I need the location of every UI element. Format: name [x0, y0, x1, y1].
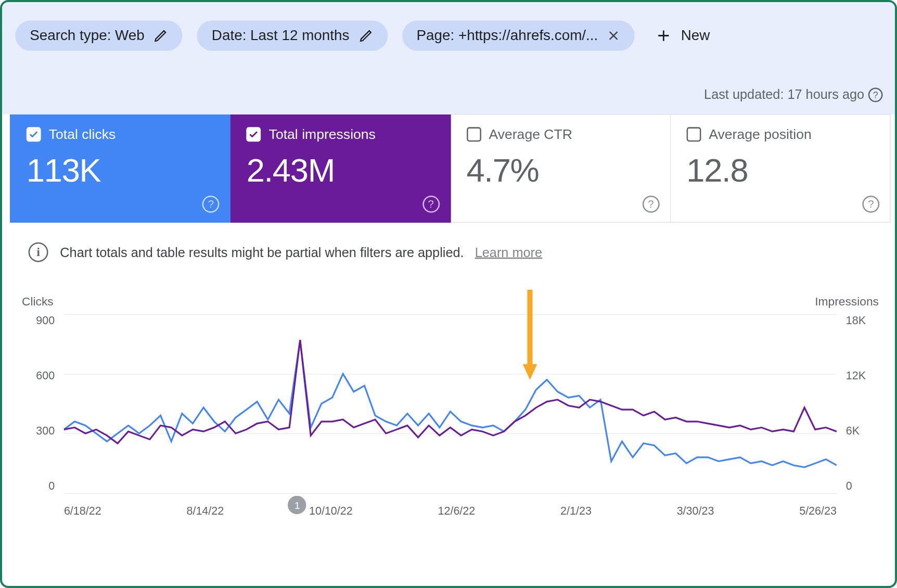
filters-bar: Search type: Web Date: Last 12 months Pa…	[2, 2, 897, 114]
chart-lines	[64, 314, 837, 493]
y-axis-right-label: Impressions	[815, 295, 879, 309]
last-updated-text: Last updated: 17 hours ago	[704, 87, 864, 102]
help-icon[interactable]: ?	[868, 87, 883, 102]
y-tick: 900	[18, 314, 55, 327]
metric-value: 113K	[27, 151, 214, 189]
help-icon[interactable]: ?	[862, 196, 879, 213]
metric-total-impressions[interactable]: Total impressions 2.43M ?	[230, 114, 451, 223]
partial-results-notice: i Chart totals and table results might b…	[2, 223, 897, 269]
x-tick: 5/26/23	[799, 505, 837, 518]
checkbox-checked-icon[interactable]	[247, 127, 261, 142]
y-tick: 18K	[846, 314, 883, 327]
y-tick: 12K	[846, 369, 883, 382]
metric-average-position[interactable]: Average position 12.8 ?	[671, 114, 891, 223]
last-updated: Last updated: 17 hours ago ?	[704, 87, 882, 102]
info-icon: i	[29, 242, 48, 262]
page-filter[interactable]: Page: +https://ahrefs.com/...	[402, 20, 635, 50]
help-icon[interactable]: ?	[422, 196, 440, 213]
metric-label: Total clicks	[49, 126, 116, 142]
chart-plot[interactable]: 1	[64, 314, 837, 493]
page-label: Page: +https://ahrefs.com/...	[416, 27, 598, 44]
metric-label: Average CTR	[489, 126, 572, 142]
metric-label: Total impressions	[269, 126, 376, 142]
y-tick: 300	[18, 425, 55, 438]
y-tick: 600	[18, 369, 55, 382]
search-type-label: Search type: Web	[30, 27, 145, 44]
x-tick: 12/6/22	[438, 505, 476, 518]
pencil-icon	[154, 29, 169, 43]
new-filter-button[interactable]: New	[649, 22, 716, 49]
date-filter[interactable]: Date: Last 12 months	[197, 20, 388, 50]
metric-value: 4.7%	[466, 151, 654, 189]
y-tick: 0	[846, 480, 883, 493]
metric-label: Average position	[709, 126, 811, 142]
help-icon[interactable]: ?	[202, 196, 220, 213]
checkbox-unchecked-icon[interactable]	[686, 127, 701, 142]
y-axis-left-label: Clicks	[22, 295, 54, 309]
y-axis-right: 18K 12K 6K 0	[846, 314, 883, 518]
arrow-down-icon	[520, 286, 540, 388]
x-tick: 6/18/22	[64, 505, 101, 518]
close-icon[interactable]	[607, 29, 620, 42]
new-label: New	[681, 27, 710, 44]
metric-value: 2.43M	[247, 151, 434, 189]
x-tick: 3/30/23	[677, 505, 714, 518]
y-tick: 0	[18, 480, 55, 493]
checkbox-unchecked-icon[interactable]	[466, 127, 481, 142]
metric-value: 12.8	[686, 151, 874, 189]
date-label: Date: Last 12 months	[212, 27, 350, 44]
metrics-row: Total clicks 113K ? Total impressions 2.…	[10, 114, 891, 223]
x-tick: 8/14/22	[186, 505, 224, 518]
notice-text: Chart totals and table results might be …	[60, 245, 464, 259]
x-tick: 10/10/22	[309, 505, 353, 518]
metric-average-ctr[interactable]: Average CTR 4.7% ?	[451, 114, 671, 223]
pencil-icon	[358, 29, 373, 43]
x-tick: 2/1/23	[560, 505, 592, 518]
checkbox-checked-icon[interactable]	[27, 127, 41, 142]
search-type-filter[interactable]: Search type: Web	[15, 20, 183, 50]
help-icon[interactable]: ?	[643, 196, 660, 213]
metric-total-clicks[interactable]: Total clicks 113K ?	[10, 114, 230, 223]
learn-more-link[interactable]: Learn more	[475, 245, 542, 259]
y-axis-left: 900 600 300 0	[18, 314, 55, 518]
performance-chart: Clicks Impressions 900 600 300 0 18K 12K…	[2, 269, 897, 525]
y-tick: 6K	[846, 425, 883, 438]
plus-icon	[656, 28, 672, 43]
x-axis: 6/18/22 8/14/22 10/10/22 12/6/22 2/1/23 …	[64, 505, 837, 518]
